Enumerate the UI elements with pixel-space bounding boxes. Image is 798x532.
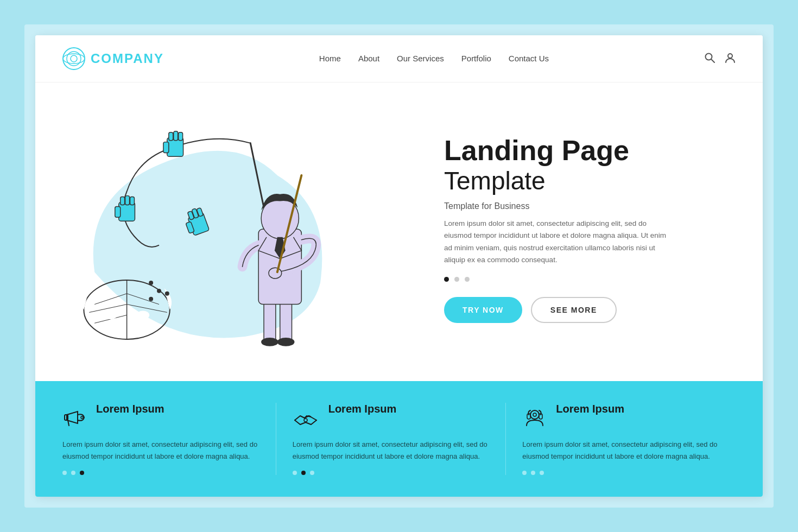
feature-1-dot-1[interactable] <box>62 471 67 475</box>
svg-rect-11 <box>179 132 183 141</box>
see-more-button[interactable]: SEE MORE <box>531 297 617 323</box>
hero-title-light: Template <box>444 166 736 196</box>
main-nav: Home About Our Services Portfolio Contac… <box>319 54 549 64</box>
feature-1-dots <box>62 471 259 475</box>
hero-description: Lorem ipsum dolor sit amet, consectetur … <box>444 218 672 266</box>
svg-rect-36 <box>264 299 276 342</box>
svg-rect-9 <box>169 132 173 141</box>
svg-point-47 <box>304 419 307 422</box>
feature-card-3: Lorem Ipsum Lorem ipsum dolor sit amet, … <box>506 403 736 475</box>
feature-2-dot-1[interactable] <box>293 471 297 475</box>
feature-3-dot-2[interactable] <box>531 471 535 475</box>
nav-item-about[interactable]: About <box>358 54 379 64</box>
svg-point-49 <box>533 413 536 416</box>
page-wrapper: COMPANY Home About Our Services Portfoli… <box>35 35 763 497</box>
outer-frame: COMPANY Home About Our Services Portfoli… <box>24 24 774 508</box>
feature-2-dot-2[interactable] <box>301 471 306 475</box>
svg-rect-12 <box>163 142 169 153</box>
logo-icon <box>62 47 85 70</box>
hero-illustration <box>52 99 428 359</box>
search-icon <box>704 52 715 63</box>
svg-point-30 <box>104 311 117 320</box>
feature-3-dot-3[interactable] <box>540 471 544 475</box>
search-button[interactable] <box>704 52 715 66</box>
feature-1-dot-3[interactable] <box>80 471 84 475</box>
hero-dot-2[interactable] <box>454 277 459 282</box>
svg-point-38 <box>261 338 278 346</box>
svg-rect-14 <box>121 197 125 205</box>
feature-card-2: Lorem Ipsum Lorem ipsum dolor sit amet, … <box>276 403 506 475</box>
svg-point-33 <box>157 289 161 293</box>
feature-1-icon-row: Lorem Ipsum <box>62 403 259 432</box>
logo-area: COMPANY <box>62 47 164 70</box>
hero-pagination-dots <box>444 277 736 282</box>
feature-2-desc: Lorem ipsum dolor sit amet, consectetur … <box>293 439 490 462</box>
user-icon <box>725 52 736 63</box>
header: COMPANY Home About Our Services Portfoli… <box>35 35 763 83</box>
user-button[interactable] <box>725 52 736 66</box>
handshake-icon <box>293 405 320 432</box>
svg-point-48 <box>530 410 539 419</box>
hero-svg <box>52 99 428 359</box>
svg-rect-16 <box>130 197 135 205</box>
megaphone-icon <box>62 405 87 432</box>
nav-icons <box>704 52 736 66</box>
nav-item-contact[interactable]: Contact Us <box>509 54 549 64</box>
svg-rect-17 <box>115 206 121 217</box>
support-icon <box>522 405 547 432</box>
features-section: Lorem Ipsum Lorem ipsum dolor sit amet, … <box>35 381 763 497</box>
try-now-button[interactable]: TRY NOW <box>444 297 522 323</box>
svg-point-46 <box>81 416 83 419</box>
svg-point-0 <box>63 48 85 69</box>
nav-links: Home About Our Services Portfolio Contac… <box>319 54 549 64</box>
feature-3-title: Lorem Ipsum <box>556 403 624 415</box>
nav-item-home[interactable]: Home <box>319 54 341 64</box>
feature-3-text: Lorem Ipsum <box>556 403 624 420</box>
feature-2-text: Lorem Ipsum <box>328 403 397 420</box>
feature-3-dots <box>522 471 719 475</box>
hero-title-bold: Landing Page <box>444 135 736 166</box>
feature-2-dots <box>293 471 490 475</box>
feature-1-text: Lorem Ipsum <box>96 403 164 420</box>
feature-1-title: Lorem Ipsum <box>96 403 164 415</box>
hero-subtitle: Template for Business <box>444 201 736 211</box>
svg-point-39 <box>277 338 295 346</box>
hero-dot-3[interactable] <box>465 277 470 282</box>
logo-text: COMPANY <box>91 51 164 66</box>
feature-3-icon-row: Lorem Ipsum <box>522 403 719 432</box>
feature-1-dot-2[interactable] <box>71 471 75 475</box>
svg-point-2 <box>71 55 77 62</box>
svg-point-34 <box>149 297 153 301</box>
feature-2-icon-row: Lorem Ipsum <box>293 403 490 432</box>
feature-3-desc: Lorem ipsum dolor sit amet, consectetur … <box>522 439 719 462</box>
nav-item-services[interactable]: Our Services <box>397 54 444 64</box>
svg-rect-10 <box>174 131 178 141</box>
svg-point-6 <box>728 54 732 58</box>
svg-line-5 <box>711 59 714 62</box>
svg-point-41 <box>269 268 282 278</box>
nav-item-portfolio[interactable]: Portfolio <box>461 54 491 64</box>
svg-point-35 <box>165 292 169 296</box>
hero-buttons: TRY NOW SEE MORE <box>444 297 736 323</box>
feature-card-1: Lorem Ipsum Lorem ipsum dolor sit amet, … <box>62 403 276 475</box>
feature-3-dot-1[interactable] <box>522 471 527 475</box>
svg-point-32 <box>149 281 153 285</box>
svg-rect-15 <box>125 196 130 205</box>
feature-1-desc: Lorem ipsum dolor sit amet, consectetur … <box>62 439 259 462</box>
hero-content: Landing Page Template Template for Busin… <box>428 135 736 323</box>
feature-2-title: Lorem Ipsum <box>328 403 397 415</box>
feature-2-dot-3[interactable] <box>310 471 314 475</box>
hero-dot-1[interactable] <box>444 277 449 282</box>
svg-point-31 <box>136 311 149 320</box>
hero-section: Landing Page Template Template for Busin… <box>35 83 763 381</box>
svg-rect-37 <box>280 299 292 342</box>
